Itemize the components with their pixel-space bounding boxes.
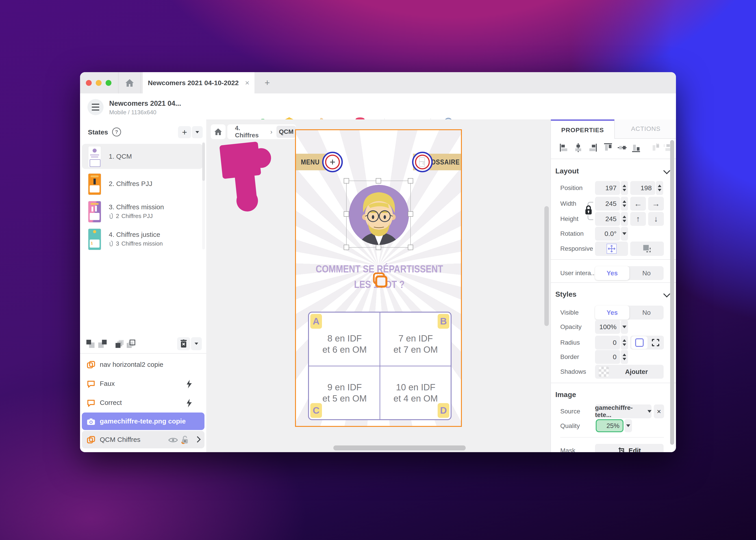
answer-cell-d[interactable]: 10 en IDF et 4 en OM <box>380 382 451 404</box>
selection-handle[interactable] <box>344 211 349 217</box>
height-stepper[interactable] <box>621 212 628 226</box>
responsive-scale-button[interactable] <box>630 241 664 256</box>
toggle-no[interactable]: No <box>629 306 663 320</box>
toggle-yes[interactable]: Yes <box>595 266 629 280</box>
nudge-down-button[interactable]: ↓ <box>648 212 664 226</box>
shadows-add-button[interactable]: Ajouter <box>595 365 663 379</box>
align-right-icon[interactable] <box>587 143 597 153</box>
collapse-layout-icon[interactable] <box>663 167 670 174</box>
mask-edit-button[interactable]: Edit <box>595 444 663 452</box>
height-input[interactable]: 245 <box>595 212 620 226</box>
bring-to-front-icon[interactable] <box>126 339 136 349</box>
width-input[interactable]: 245 <box>595 197 620 210</box>
add-state-button[interactable]: + <box>178 126 191 138</box>
radius-stepper[interactable] <box>621 336 628 349</box>
position-y-stepper[interactable] <box>656 181 663 195</box>
layer-row-correct[interactable]: Correct <box>82 394 204 411</box>
state-item-chiffres-pjj[interactable]: 2. Chiffres PJJ <box>82 171 203 196</box>
screen-frame[interactable]: MENU + GLOSSAIRE <box>295 129 462 427</box>
states-options-button[interactable] <box>192 126 203 138</box>
visible-toggle[interactable]: Yes No <box>595 306 663 320</box>
answer-cell-a[interactable]: 8 en IDF et 6 en OM <box>309 333 380 355</box>
states-scrollbar-track[interactable] <box>202 142 205 249</box>
selection-handle[interactable] <box>408 245 413 250</box>
nudge-left-button[interactable]: ← <box>630 197 646 210</box>
radius-all-corners-button[interactable] <box>631 336 648 349</box>
selection-handle[interactable] <box>408 178 413 184</box>
aspect-lock-icon[interactable] <box>584 205 593 215</box>
layers-options-button[interactable] <box>191 337 202 350</box>
position-x-input[interactable]: 197 <box>595 181 620 195</box>
puzzle-piece-shape[interactable] <box>219 137 273 215</box>
selection-handle[interactable] <box>344 178 349 184</box>
state-item-qcm[interactable]: 1. QCM <box>82 144 203 169</box>
align-left-icon[interactable] <box>559 143 569 153</box>
states-scrollbar-thumb[interactable] <box>202 143 205 181</box>
bring-forward-icon[interactable] <box>97 339 107 349</box>
selection-handle[interactable] <box>376 245 381 250</box>
properties-scrollbar[interactable] <box>670 140 674 445</box>
align-center-vertical-icon[interactable] <box>617 143 627 153</box>
align-bottom-icon[interactable] <box>631 143 641 153</box>
position-y-input[interactable]: 198 <box>630 181 655 195</box>
send-backward-icon[interactable] <box>86 339 95 349</box>
vertical-scrollbar[interactable] <box>544 206 549 326</box>
toggle-no[interactable]: No <box>629 266 663 280</box>
responsive-move-button[interactable] <box>595 241 628 256</box>
nudge-up-button[interactable]: ↑ <box>630 212 646 226</box>
state-item-chiffres-justice[interactable]: 1 4. Chiffres justice 3 Chiffres mission <box>82 226 203 251</box>
lock-icon[interactable] <box>181 435 189 444</box>
quality-dropdown[interactable] <box>624 419 632 432</box>
new-tab-button[interactable]: + <box>260 72 275 93</box>
close-tab-icon[interactable]: × <box>245 78 250 87</box>
align-center-horizontal-icon[interactable] <box>573 143 583 153</box>
width-stepper[interactable] <box>621 197 628 210</box>
tab-properties[interactable]: PROPERTIES <box>551 119 614 140</box>
answers-grid[interactable]: A B C D 8 en IDF et 6 en OM 7 en IDF et … <box>308 312 452 420</box>
breadcrumb-current-chip[interactable]: QCM <box>277 126 296 138</box>
align-top-icon[interactable] <box>603 143 613 153</box>
answer-cell-b[interactable]: 7 en IDF et 7 en OM <box>380 333 451 355</box>
radius-individual-corners-button[interactable] <box>648 336 663 349</box>
layer-row-gamechiffre-selected[interactable]: gamechiffre-tete.png copie <box>82 413 204 430</box>
opacity-dropdown[interactable] <box>621 320 628 334</box>
close-window-button[interactable] <box>86 80 92 86</box>
design-canvas[interactable]: 4. Chiffres › QCM MENU + GLOSSAIR <box>206 119 550 452</box>
home-tab-button[interactable] <box>118 72 141 93</box>
source-dropdown[interactable]: gamechiffre-tete... <box>595 404 652 418</box>
main-menu-button[interactable] <box>88 99 103 115</box>
tab-actions[interactable]: ACTIONS <box>614 119 676 139</box>
layer-row-faux[interactable]: Faux <box>82 375 204 392</box>
answer-cell-c[interactable]: 9 en IDF et 5 en OM <box>309 382 380 404</box>
radius-input[interactable]: 0 <box>595 336 620 349</box>
layer-row-nav[interactable]: nav horizontal2 copie <box>82 356 204 373</box>
active-project-tab[interactable]: Newcomers 2021 04-10-2022 × <box>143 72 255 93</box>
maximize-window-button[interactable] <box>105 80 111 86</box>
glossaire-badge[interactable] <box>412 152 433 172</box>
selection-handle[interactable] <box>344 245 349 250</box>
toggle-yes[interactable]: Yes <box>595 306 629 320</box>
nudge-right-button[interactable]: → <box>648 197 664 210</box>
quality-input[interactable]: 25% <box>596 419 624 432</box>
help-icon[interactable]: ? <box>112 127 121 136</box>
horizontal-scrollbar[interactable] <box>333 446 466 450</box>
border-input[interactable]: 0 <box>595 350 620 364</box>
eye-icon[interactable] <box>168 437 178 444</box>
layer-row-decor[interactable]: decor copie2 <box>82 450 204 452</box>
rotation-dropdown[interactable] <box>621 227 628 241</box>
send-to-back-icon[interactable] <box>115 339 125 349</box>
selection-handle[interactable] <box>376 178 381 184</box>
minimize-window-button[interactable] <box>96 80 101 86</box>
layer-row-qcm-chiffres[interactable]: QCM Chiffres <box>82 431 204 448</box>
position-x-stepper[interactable] <box>621 181 628 195</box>
user-interaction-toggle[interactable]: Yes No <box>595 266 663 280</box>
delete-layer-button[interactable] <box>177 337 190 350</box>
clear-source-button[interactable]: × <box>654 404 664 418</box>
selection-handle[interactable] <box>408 211 413 217</box>
rotation-input[interactable]: 0.0° <box>595 227 620 241</box>
menu-plus-badge[interactable]: + <box>322 152 343 172</box>
distribute-horizontal-icon[interactable] <box>650 143 660 153</box>
state-item-chiffres-mission[interactable]: 3. Chiffres mission 2 Chiffres PJJ <box>82 199 203 224</box>
border-stepper[interactable] <box>621 350 628 364</box>
selection-box[interactable] <box>346 181 411 248</box>
